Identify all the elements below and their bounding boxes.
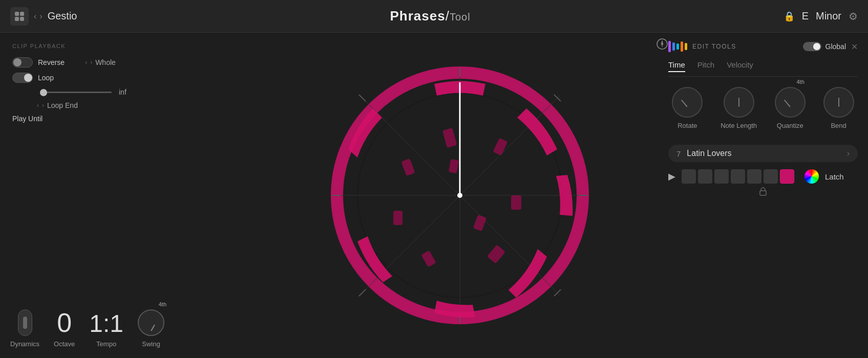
circle-container (322, 57, 598, 333)
circle-svg (322, 57, 598, 333)
color-bar-2 (672, 42, 675, 51)
svg-rect-27 (393, 211, 403, 225)
loop-end-next[interactable]: › (42, 102, 44, 109)
rotate-knob-mark (681, 100, 688, 107)
svg-line-20 (359, 289, 366, 296)
svg-rect-0 (15, 12, 19, 16)
preset-row[interactable]: 7 Latin Lovers › (668, 145, 858, 162)
nav-arrows: ‹ › (34, 12, 43, 21)
top-bar-left: ‹ › Gestio (10, 7, 77, 26)
color-bars (668, 41, 687, 52)
nav-next[interactable]: › (39, 12, 42, 21)
bend-mark (838, 98, 839, 107)
loop-end-select[interactable]: ‹ › Loop End (37, 101, 78, 109)
step-btn-6[interactable] (764, 169, 778, 184)
svg-rect-26 (421, 250, 436, 267)
dynamics-knob[interactable] (18, 309, 32, 336)
reverse-toggle-knob (13, 58, 22, 66)
controls-row-1: Reverse ‹ › Whole (12, 57, 249, 68)
gear-icon[interactable]: ⚙ (849, 10, 858, 23)
quantize-badge: 4th (797, 79, 805, 85)
nav-prev[interactable]: ‹ (34, 12, 36, 21)
loop-end-row: ‹ › Loop End (12, 101, 249, 109)
reverse-control: Reverse (12, 57, 65, 68)
latch-label: Latch (825, 172, 844, 181)
global-toggle-pill[interactable] (803, 42, 821, 51)
note-length-knob[interactable] (724, 87, 754, 118)
key-label[interactable]: E (802, 10, 809, 22)
loop-label: Loop (38, 74, 54, 82)
svg-rect-33 (760, 191, 766, 195)
lock-icon[interactable]: 🔒 (784, 11, 795, 22)
quantize-mark (784, 100, 790, 107)
close-button[interactable]: ✕ (851, 42, 858, 52)
step-btn-5[interactable] (747, 169, 761, 184)
step-btn-1[interactable] (682, 169, 696, 184)
bend-knob[interactable] (823, 87, 854, 118)
color-bar-1 (668, 41, 671, 52)
mode-label[interactable]: Minor (816, 10, 841, 22)
controls-row-2: Loop (12, 73, 249, 83)
slider-track[interactable] (40, 92, 112, 93)
svg-rect-28 (401, 159, 415, 176)
rotate-label: Rotate (678, 122, 697, 129)
step-btn-4[interactable] (731, 169, 745, 184)
tab-time[interactable]: Time (668, 60, 685, 72)
loop-toggle[interactable] (12, 73, 33, 83)
app-title: Gestio (48, 10, 77, 22)
step-btn-3[interactable] (714, 169, 729, 184)
swing-control: 4th Swing (138, 309, 164, 348)
swing-knob[interactable] (138, 309, 164, 336)
tab-pitch[interactable]: Pitch (697, 60, 714, 72)
whole-select[interactable]: ‹ › Whole (85, 57, 116, 68)
main-layout: CLIP PLAYBACK Reverse ‹ › Whole Loop (0, 33, 868, 358)
preset-chevron: › (847, 149, 850, 158)
quantize-label: Quantize (777, 122, 803, 129)
dynamics-knob-inner (23, 317, 27, 329)
edit-knobs-row: Rotate Note Length 4th Quantize (668, 87, 858, 129)
inf-value: inf (119, 88, 126, 96)
reverse-toggle[interactable] (12, 57, 33, 68)
center-area (261, 33, 658, 358)
rotate-knob[interactable] (672, 87, 703, 118)
lock-bottom-icon[interactable] (668, 187, 858, 196)
global-toggle: Global (803, 42, 846, 51)
slider-thumb[interactable] (40, 89, 47, 96)
svg-rect-2 (15, 17, 19, 21)
edit-tools-label: EDIT TOOLS (692, 43, 798, 50)
svg-rect-23 (493, 138, 507, 156)
tab-velocity[interactable]: Velocity (727, 60, 753, 72)
tempo-label: Tempo (96, 340, 116, 348)
step-buttons (682, 169, 794, 184)
tabs-row: Time Pitch Velocity (668, 60, 858, 77)
play-button[interactable]: ▶ (668, 171, 675, 182)
title-light: Tool (450, 11, 471, 23)
right-panel: EDIT TOOLS Global ✕ Time Pitch Velocity … (658, 33, 868, 358)
svg-line-18 (359, 95, 366, 101)
top-bar: ‹ › Gestio Phrases/Tool 🔒 E Minor ⚙ (0, 0, 868, 33)
title-bold: Phrases (390, 8, 445, 24)
svg-point-32 (457, 193, 462, 198)
step-btn-7[interactable] (780, 169, 794, 184)
whole-next[interactable]: › (90, 59, 92, 66)
loop-toggle-knob (24, 74, 32, 82)
svg-rect-30 (473, 215, 486, 231)
global-label: Global (825, 42, 846, 51)
step-btn-2[interactable] (698, 169, 712, 184)
loop-end-prev[interactable]: ‹ (37, 102, 39, 109)
note-length-label: Note Length (721, 122, 757, 129)
svg-rect-3 (20, 17, 24, 21)
app-icon[interactable] (10, 7, 29, 26)
compass-icon[interactable] (656, 38, 668, 53)
edit-tools-header: EDIT TOOLS Global ✕ (668, 41, 858, 52)
color-bar-3 (676, 43, 679, 50)
dynamics-control: Dynamics (10, 309, 39, 348)
color-wheel-icon[interactable] (805, 169, 819, 184)
clip-playback-label: CLIP PLAYBACK (12, 43, 249, 49)
loop-control: Loop (12, 73, 54, 83)
octave-control: 0 Octave (54, 309, 75, 348)
bend-label: Bend (831, 122, 846, 129)
svg-rect-22 (442, 128, 456, 148)
quantize-knob[interactable] (775, 87, 806, 118)
whole-prev[interactable]: ‹ (85, 59, 87, 66)
